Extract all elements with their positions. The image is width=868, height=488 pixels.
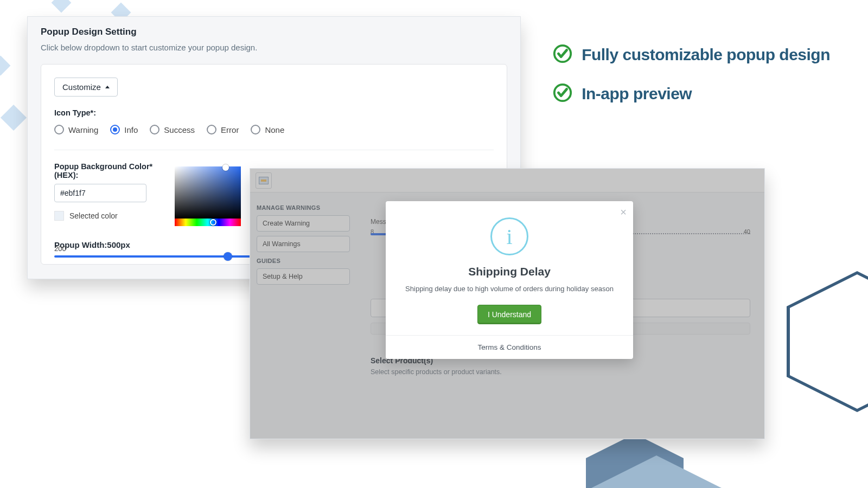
divider [54, 150, 494, 150]
feature-text-1: Fully customizable popup design [582, 46, 830, 64]
bg-color-label: Popup Background Color*(HEX): [54, 162, 163, 179]
popup-footer-link[interactable]: Terms & Conditions [386, 335, 633, 359]
selected-color-swatch [54, 211, 64, 221]
feature-text-2: In-app preview [582, 85, 692, 103]
popup-message: Shipping delay due to high volume of ord… [400, 285, 619, 293]
color-picker-hue[interactable] [175, 219, 241, 226]
feature-row-2: In-app preview [552, 82, 830, 105]
info-icon: i [490, 217, 528, 255]
popup-title: Shipping Delay [400, 265, 619, 278]
popup-width-thumb[interactable] [224, 252, 232, 261]
icon-type-radiogroup: Warning Info Success Error None [54, 125, 494, 134]
preview-panel: MANAGE WARNINGS Create Warning All Warni… [250, 168, 765, 439]
customize-dropdown-label: Customize [62, 82, 101, 92]
popup-close-icon[interactable]: × [620, 207, 627, 217]
selected-color-label: Selected color [69, 211, 118, 220]
checkmark-icon [552, 82, 573, 105]
preview-popup: × i Shipping Delay Shipping delay due to… [386, 201, 633, 359]
icon-type-label: Icon Type*: [54, 108, 494, 117]
panel-description: Click below dropdown to start customize … [41, 43, 507, 52]
popup-width-min: 200 [54, 245, 66, 253]
panel-title: Popup Design Setting [41, 27, 507, 37]
feature-row-1: Fully customizable popup design [552, 43, 830, 66]
feature-list: Fully customizable popup design In-app p… [552, 43, 830, 121]
radio-success[interactable]: Success [150, 125, 195, 134]
hue-handle[interactable] [210, 219, 216, 226]
popup-confirm-button[interactable]: I Understand [477, 305, 541, 324]
bg-color-input[interactable] [54, 184, 146, 202]
radio-error[interactable]: Error [207, 125, 239, 134]
radio-none[interactable]: None [251, 125, 284, 134]
caret-up-icon [105, 86, 110, 88]
color-picker-handle[interactable] [222, 164, 229, 171]
color-picker[interactable] [175, 166, 241, 226]
checkmark-icon [552, 43, 573, 66]
radio-warning[interactable]: Warning [54, 125, 98, 134]
color-picker-gradient[interactable] [175, 166, 241, 219]
radio-info[interactable]: Info [110, 125, 138, 134]
customize-dropdown[interactable]: Customize [54, 78, 118, 97]
